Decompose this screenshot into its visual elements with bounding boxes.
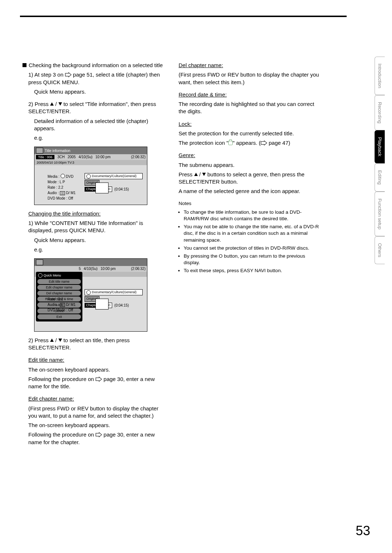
edit-icon — [36, 259, 43, 265]
page-arrow-icon — [65, 72, 72, 77]
page-content: Checking the background information on a… — [23, 62, 320, 451]
square-bullet-icon — [23, 63, 26, 67]
category-icon — [86, 174, 91, 179]
notes-section: Notes To change the title information, b… — [179, 200, 320, 274]
tab-function-setup[interactable]: Function setup — [375, 192, 385, 236]
shot-info-row: Title : 006 3CH 2005 4/10(Su) 10:00 pm (… — [34, 154, 147, 160]
shot2-header — [34, 259, 147, 266]
quick-menu-screenshot: 5 4/10(Su) 10:00 pm (2:06:32) Quick Menu… — [34, 258, 147, 332]
up-triangle-icon — [194, 173, 198, 176]
edit-title-heading: Edit title name: — [28, 356, 164, 364]
step-1: 1) At step 3 on page 51, select a title … — [23, 71, 164, 95]
eg-label: e.g. — [28, 134, 164, 142]
left-column: Checking the background information on a… — [23, 62, 164, 451]
shot-header-text: Title information — [45, 148, 70, 153]
down-triangle-icon — [58, 102, 62, 106]
magnifier-icon — [38, 273, 42, 278]
notes-list: To change the title information, be sure… — [179, 209, 320, 274]
title-info-screenshot: Title information Title : 006 3CH 2005 4… — [34, 147, 147, 205]
note-item: You may not be able to change the title … — [184, 224, 320, 243]
tab-playback[interactable]: Playback — [375, 130, 385, 163]
shot2-spec: Rate : 2.2 Audio : ▯▯ D/ M1 DVD Mode : O… — [37, 278, 145, 314]
shot-subrow: 2005/04/10 10:00pm TV:3 — [34, 160, 147, 165]
step-1-text: 1) At step 3 on page 51, select a title … — [28, 71, 164, 86]
tab-recording[interactable]: Recording — [375, 95, 385, 130]
step-2: 2) Press / to select "Title information"… — [23, 101, 164, 142]
del-chapter-heading: Del chapter name: — [179, 62, 320, 69]
lock-heading: Lock: — [179, 120, 320, 128]
note-item: You cannot set the protection of titles … — [184, 245, 320, 251]
disc-icon — [61, 174, 65, 178]
lock-section: Lock: Set the protection for the current… — [179, 120, 320, 147]
category-icon — [86, 290, 91, 295]
change-step-1: 1) While "CONTENT MENU Title Information… — [23, 220, 164, 253]
shot-spec: Media : DVD Mode : L P Rate : 2.2 Audio … — [37, 167, 145, 202]
title-chip: Title : 006 — [36, 155, 54, 159]
side-tabs: Introduction Recording Playback Editing … — [375, 57, 388, 264]
page-arrow-icon — [95, 377, 102, 382]
changing-heading: Changing the title information: — [23, 210, 164, 217]
genre-heading: Genre: — [179, 152, 320, 159]
tab-others[interactable]: Others — [375, 236, 385, 264]
top-rule — [20, 16, 347, 17]
up-triangle-icon — [50, 102, 54, 106]
dolby-icon: ▯▯ — [60, 303, 65, 307]
tab-editing[interactable]: Editing — [375, 163, 385, 192]
chapter-row: Chapter : 000 (0:04:15) — [85, 187, 143, 192]
down-triangle-icon — [202, 173, 206, 176]
thumbnail-icon — [95, 299, 109, 310]
step-2-text: 2) Press / to select "Title information"… — [28, 101, 164, 115]
category-box: Documentary/Culture(General) — [85, 289, 143, 296]
section-heading: Checking the background information on a… — [23, 62, 164, 69]
tab-introduction[interactable]: Introduction — [375, 57, 385, 95]
right-column: Del chapter name: (First press FWD or RE… — [179, 62, 320, 451]
del-chapter-section: Del chapter name: (First press FWD or RE… — [179, 62, 320, 86]
notes-heading: Notes — [179, 200, 320, 207]
thumbnail-icon — [95, 183, 109, 193]
record-date-heading: Record date & time: — [179, 91, 320, 98]
dolby-icon: ▯▯ — [60, 191, 65, 195]
note-item: To change the title information, be sure… — [184, 209, 320, 222]
down-triangle-icon — [58, 339, 62, 342]
change-step-2: 2) Press / to select an title, then pres… — [23, 337, 164, 352]
note-item: By pressing the O button, you can return… — [184, 253, 320, 266]
lock-icon — [228, 141, 233, 145]
shot2-info-row: 5 4/10(Su) 10:00 pm (2:06:32) — [34, 266, 147, 272]
qmenu-item: Exit — [37, 314, 81, 319]
edit-icon — [36, 148, 43, 153]
record-date-section: Record date & time: The recording date i… — [179, 91, 320, 115]
step-1-result: Quick Menu appears. — [28, 88, 164, 95]
edit-chapter-heading: Edit chapter name: — [28, 395, 164, 402]
page-arrow-icon — [261, 140, 267, 146]
shot-header: Title information — [34, 147, 147, 154]
page-arrow-icon — [95, 432, 102, 437]
category-box: Documentary/Culture(General) — [85, 173, 143, 180]
edit-title-section: Edit title name: The on-screen keyboard … — [23, 356, 164, 390]
page-number: 53 — [356, 523, 370, 538]
step-2-result: Detailed information of a selected title… — [28, 118, 164, 132]
note-item: To exit these steps, press EASY NAVI but… — [184, 267, 320, 274]
eg-label-2: e.g. — [28, 246, 164, 253]
edit-chapter-section: Edit chapter name: (First press FWD or R… — [23, 395, 164, 446]
heading-text: Checking the background information on a… — [29, 62, 163, 68]
up-triangle-icon — [50, 339, 54, 342]
genre-section: Genre: The submenu appears. Press / butt… — [179, 152, 320, 195]
